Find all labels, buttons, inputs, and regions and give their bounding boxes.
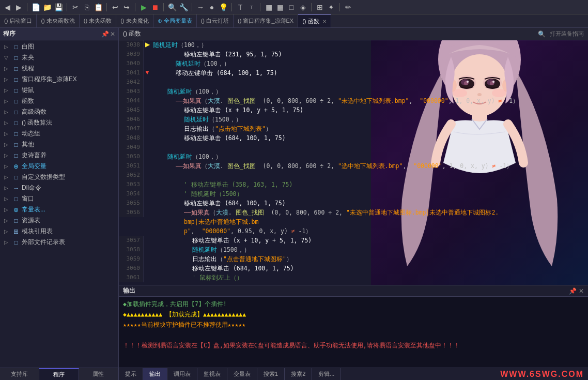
line-num: 3061	[119, 273, 144, 282]
line-arrow	[144, 161, 151, 162]
sidebar-header-left: 程序	[3, 29, 16, 38]
tree-item-func-algo[interactable]: ▷ □ () 函数算法	[0, 117, 118, 128]
tab-global-vars[interactable]: ⊕ 全局变量表	[153, 14, 197, 27]
tree-item-global-vars[interactable]: ▷ ⊕ 全局变量	[0, 161, 118, 172]
tree-item-epic[interactable]: ▷ □ 史诗畜养	[0, 150, 118, 161]
line-num: 3041	[119, 68, 144, 78]
tree-item-thread[interactable]: ▷ □ 线程	[0, 63, 118, 74]
code-line-3044: 3044 ——如果真（大漠. 图色_找图 (0, 0, 800, 600 ÷ 2…	[119, 96, 588, 105]
tree-item-mouse[interactable]: ▷ □ 键鼠	[0, 85, 118, 96]
tree-icon: □	[12, 76, 20, 83]
tab-function[interactable]: () 函数 ✕	[298, 14, 331, 27]
line-arrow	[144, 133, 151, 134]
bottom-tab-call[interactable]: 调用表	[167, 368, 197, 380]
toolbar-icon-run[interactable]: ▶	[138, 2, 149, 12]
toolbar-icon-save[interactable]: 💾	[53, 2, 64, 12]
bottom-tab-vars[interactable]: 变量表	[227, 368, 257, 380]
line-num: 3052	[119, 171, 144, 180]
sidebar-bottom-tabs: 支持库 程序 属性	[0, 368, 118, 380]
sidebar-tab-program[interactable]: 程序	[39, 368, 79, 380]
toolbar-icon-back[interactable]: ◀	[2, 2, 12, 12]
toolbar-icon-grid[interactable]: ▦	[264, 2, 274, 12]
tree-item-const[interactable]: ▷ ⊕ 常量表...	[0, 204, 118, 215]
bottom-tab-output[interactable]: 输出	[143, 368, 167, 380]
toolbar-icon-t2[interactable]: T	[246, 2, 257, 12]
output-close-icon[interactable]: ✕	[579, 287, 584, 295]
tree-label: 高级函数	[22, 108, 116, 116]
tab-weiyang-func[interactable]: () 未央函数	[80, 14, 116, 27]
output-pin-icon[interactable]: 📌	[569, 287, 577, 295]
tree-label: 常量表...	[22, 205, 116, 214]
toolbar-icon-redo[interactable]: ↪	[121, 2, 132, 12]
tab-weiyang-wash[interactable]: () 未央函数洗	[37, 14, 79, 27]
tab-window-ex[interactable]: () 窗口程序集_凉薄EX	[234, 14, 298, 27]
toolbar-icon-t1[interactable]: T	[235, 2, 245, 12]
tree-item-dll[interactable]: ▷ → Dll命令	[0, 183, 118, 193]
toolbar-icon-diamond[interactable]: ◈	[298, 2, 308, 12]
tree-item-window-ex[interactable]: ▷ □ 窗口程序集_凉薄EX	[0, 74, 118, 85]
tree-icon: ⊕	[12, 206, 20, 214]
bottom-tab-search1[interactable]: 搜索1	[257, 368, 285, 380]
tree-item-window[interactable]: ▷ □ 窗口	[0, 193, 118, 204]
tree-item-files[interactable]: ▷ □ 外部文件记录表	[0, 237, 118, 248]
toolbar-icon-tools[interactable]: 🔧	[178, 2, 189, 12]
tab-window-ex-label: () 窗口程序集_凉薄EX	[238, 17, 293, 25]
toolbar-icon-search[interactable]: 🔍	[167, 2, 177, 12]
tree-item-weiyang[interactable]: ▽ □ 未央	[0, 52, 118, 63]
code-editor[interactable]: 3038 ▶ 随机延时（100，） 3039 移动左键单击 (231, 95, …	[119, 40, 588, 285]
toolbar-icon-arrow[interactable]: →	[195, 2, 206, 12]
toolbar-icon-star[interactable]: ✦	[326, 2, 336, 12]
tab-weiyang-magic[interactable]: () 未央魔化	[116, 14, 153, 27]
toolbar-icon-open[interactable]: 📁	[42, 2, 52, 12]
line-arrow	[144, 115, 151, 115]
tree-item-resource[interactable]: ▷ □ 资源表	[0, 215, 118, 226]
tab-startup-label: () 启动窗口	[4, 17, 32, 25]
output-header: 输出 📌 ✕	[119, 285, 588, 297]
tab-lighthouse[interactable]: () 白云灯塔	[197, 14, 234, 27]
sidebar-tab-support[interactable]: 支持库	[0, 368, 39, 380]
tree-item-module[interactable]: ▷ ⊞ 模块引用表	[0, 226, 118, 237]
line-content: 随机延时（100，）	[151, 40, 588, 50]
toolbar-icon-plus[interactable]: ⊞	[315, 2, 325, 12]
code-line-3053: 3053 ' 移动左键单击 (358, 163, 1, 75)	[119, 180, 588, 189]
tree-item-custom-type[interactable]: ▷ □ 自定义数据类型	[0, 172, 118, 183]
toolbar-icon-bulb[interactable]: 💡	[218, 2, 228, 12]
bottom-tab-hint[interactable]: 提示	[119, 368, 143, 380]
line-content: 移动左键单击 (684, 100, 1, 75)	[151, 133, 588, 143]
line-arrow	[144, 59, 151, 59]
output-panel: 输出 📌 ✕ ◆加载插件完成，共启用【7】个插件! ◆▲▲▲▲▲▲▲▲▲▲ 【加…	[119, 285, 588, 368]
line-num: 3045	[119, 105, 144, 115]
toolbar-icon-new[interactable]: 📄	[30, 2, 41, 12]
toolbar-icon-forward[interactable]: ▶	[13, 2, 24, 12]
toolbar-icon-paste[interactable]: 📋	[93, 2, 103, 12]
tab-function-close[interactable]: ✕	[322, 19, 327, 24]
toolbar-icon-copy[interactable]: ⎘	[82, 2, 92, 12]
line-num: 3039	[119, 50, 144, 59]
toolbar-icon-dot[interactable]: ●	[207, 2, 217, 12]
toolbar-icon-stop[interactable]: ⏹	[150, 2, 160, 12]
tree-item-advanced-func[interactable]: ▷ □ 高级函数	[0, 107, 118, 117]
line-content: 移动左键单击 (684, 100, 1, 75)	[151, 68, 588, 78]
toolbar-icon-pen[interactable]: ✏	[343, 2, 353, 12]
output-line-1: ◆加载插件完成，共启用【7】个插件!	[123, 299, 584, 309]
tree-item-dynamic[interactable]: ▷ □ 动态组	[0, 128, 118, 139]
toolbar-icon-grid2[interactable]: ▦	[275, 2, 285, 12]
tree-item-func[interactable]: ▷ □ 函数	[0, 96, 118, 107]
bottom-tab-clip[interactable]: 剪辑...	[312, 368, 341, 380]
tree-item-baifu[interactable]: ▷ □ 白图	[0, 41, 118, 52]
toolbar-icon-box[interactable]: □	[286, 2, 297, 12]
tree-item-other[interactable]: ▷ □ 其他	[0, 139, 118, 150]
tree-icon: ⊕	[12, 163, 20, 170]
tree-label: 自定义数据类型	[22, 173, 116, 181]
toolbar-icon-undo[interactable]: ↩	[110, 2, 120, 12]
bottom-tab-monitor[interactable]: 监视表	[197, 368, 227, 380]
toolbar-icon-cut[interactable]: ✂	[70, 2, 81, 12]
bottom-tab-search2[interactable]: 搜索2	[285, 368, 312, 380]
tree-arrow: ▽	[4, 55, 10, 60]
sidebar-tab-property[interactable]: 属性	[79, 368, 118, 380]
sidebar-pin-icon[interactable]: 📌	[101, 31, 109, 38]
sidebar-close-icon[interactable]: ✕	[110, 31, 115, 38]
line-content: ——如果真（大漠. 图色_找图 (0, 0, 800, 600 ÷ 2, "未选…	[151, 96, 588, 105]
line-arrow	[144, 50, 151, 50]
tab-startup[interactable]: () 启动窗口	[0, 14, 37, 27]
